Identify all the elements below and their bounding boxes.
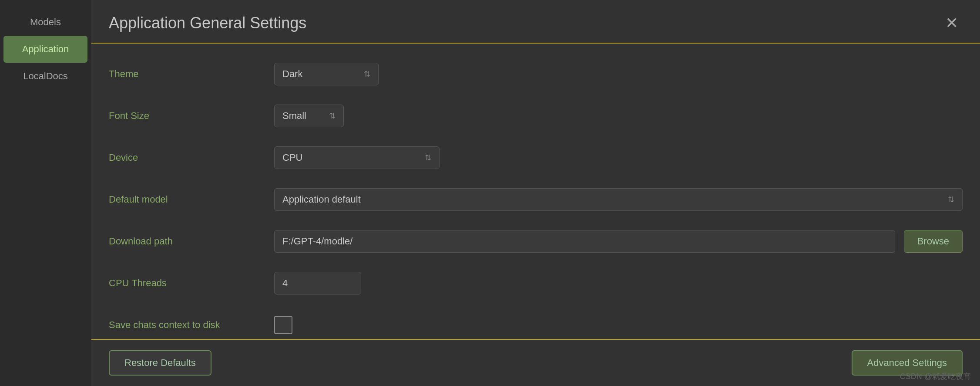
theme-value: Dark bbox=[282, 68, 302, 80]
default-model-control: Application default ⇅ bbox=[274, 188, 963, 211]
close-button[interactable]: ✕ bbox=[941, 12, 963, 34]
sidebar-item-application[interactable]: Application bbox=[3, 36, 87, 63]
cpu-threads-control bbox=[274, 272, 963, 295]
sidebar: Models Application LocalDocs bbox=[0, 0, 91, 386]
save-chats-control bbox=[274, 316, 963, 334]
default-model-label: Default model bbox=[109, 194, 274, 205]
close-icon: ✕ bbox=[945, 14, 958, 32]
dialog-header: Application General Settings ✕ bbox=[91, 0, 980, 44]
sidebar-item-localdocs[interactable]: LocalDocs bbox=[0, 63, 91, 90]
watermark: CSDN @就爱吃夜宵 bbox=[900, 371, 971, 382]
device-row: Device CPU ⇅ bbox=[109, 145, 963, 171]
save-chats-checkbox[interactable] bbox=[274, 316, 292, 334]
dialog-content: Theme Dark ⇅ Font Size Small ⇅ bbox=[91, 44, 980, 339]
theme-select[interactable]: Dark ⇅ bbox=[274, 63, 379, 85]
theme-row: Theme Dark ⇅ bbox=[109, 61, 963, 87]
cpu-threads-input[interactable] bbox=[274, 272, 361, 295]
default-model-select[interactable]: Application default ⇅ bbox=[274, 188, 963, 211]
default-model-spinner-icon: ⇅ bbox=[948, 195, 954, 204]
download-path-row: Download path Browse bbox=[109, 228, 963, 254]
default-model-row: Default model Application default ⇅ bbox=[109, 186, 963, 213]
font-size-spinner-icon: ⇅ bbox=[329, 111, 336, 121]
theme-spinner-icon: ⇅ bbox=[364, 69, 370, 79]
restore-defaults-button[interactable]: Restore Defaults bbox=[109, 350, 211, 376]
device-select[interactable]: CPU ⇅ bbox=[274, 146, 440, 169]
default-model-value: Application default bbox=[282, 194, 361, 205]
device-label: Device bbox=[109, 152, 274, 163]
main-content: Application General Settings ✕ Theme Dar… bbox=[91, 0, 980, 386]
cpu-threads-label: CPU Threads bbox=[109, 278, 274, 289]
save-chats-label: Save chats context to disk bbox=[109, 319, 274, 331]
theme-control: Dark ⇅ bbox=[274, 63, 963, 85]
browse-button[interactable]: Browse bbox=[904, 230, 963, 253]
settings-dialog: Application General Settings ✕ Theme Dar… bbox=[91, 0, 980, 386]
save-chats-row: Save chats context to disk bbox=[109, 312, 963, 338]
sidebar-item-models[interactable]: Models bbox=[0, 9, 91, 36]
font-size-select[interactable]: Small ⇅ bbox=[274, 105, 344, 127]
font-size-value: Small bbox=[282, 110, 306, 122]
device-control: CPU ⇅ bbox=[274, 146, 963, 169]
download-path-label: Download path bbox=[109, 236, 274, 247]
font-size-row: Font Size Small ⇅ bbox=[109, 103, 963, 129]
font-size-label: Font Size bbox=[109, 110, 274, 122]
dialog-footer: Restore Defaults Advanced Settings bbox=[91, 339, 980, 386]
device-value: CPU bbox=[282, 152, 302, 163]
download-path-control: Browse bbox=[274, 230, 963, 253]
device-spinner-icon: ⇅ bbox=[425, 153, 431, 163]
dialog-title: Application General Settings bbox=[109, 14, 306, 32]
download-path-input[interactable] bbox=[274, 230, 895, 253]
theme-label: Theme bbox=[109, 68, 274, 80]
font-size-control: Small ⇅ bbox=[274, 105, 963, 127]
cpu-threads-row: CPU Threads bbox=[109, 270, 963, 296]
